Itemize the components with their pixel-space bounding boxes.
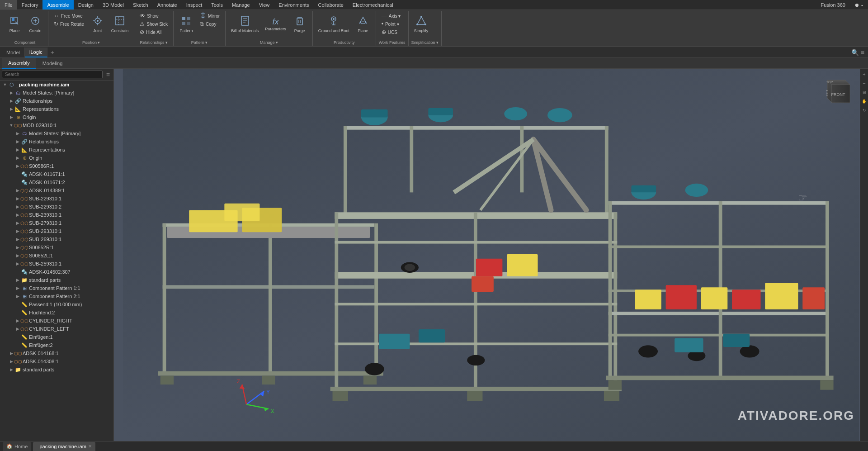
tree-cylinder-left[interactable]: ▶ ⬡⬡ CYLINDER_LEFT [0,325,113,333]
tree-representations-mod[interactable]: ▶ 📐 Representations [0,146,113,154]
menu-3dmodel[interactable]: 3D Model [98,0,128,9]
tree-adsk014308[interactable]: ▶ ⬡⬡ ADSK-014308:1 [0,357,113,366]
tree-comp-pattern-1[interactable]: ▶ ⊞ Component Pattern 1:1 [0,284,113,292]
menu-manage[interactable]: Manage [227,0,255,9]
tree-sub279310-1[interactable]: ▶ ⬡⬡ SUB-279310:1 [0,219,113,227]
plane-button[interactable]: Plane [353,12,373,37]
expand-representations[interactable]: ▶ [8,107,14,111]
expand-sub229310-2[interactable]: ▶ [14,204,21,209]
expand-cp2[interactable]: ▶ [14,294,21,299]
expand-sub229310-1[interactable]: ▶ [14,196,21,201]
tree-adsk014168[interactable]: ▶ ⬡⬡ ADSK-014168:1 [0,349,113,357]
joint-button[interactable]: Joint [88,12,108,37]
expand-sub239310-1[interactable]: ▶ [14,213,21,217]
free-move-button[interactable]: ↔ Free Move [51,12,87,20]
viewcube[interactable]: FRONT TOP LEFT [818,73,854,109]
expand-model-states[interactable]: ▶ [8,90,14,95]
tree-model-states[interactable]: ▶ 🗂 Model States: [Primary] [0,89,113,97]
expand-mod-029310[interactable]: ▼ [8,123,14,128]
expand-sub293310-1[interactable]: ▶ [14,229,21,233]
tree-origin[interactable]: ▶ ⊕ Origin [0,113,113,121]
expand-cyl-right[interactable]: ▶ [14,318,21,323]
bill-of-materials-button[interactable]: Bill of Materials [228,12,261,37]
tree-model-states-mod[interactable]: ▶ 🗂 Model States: [Primary] [0,129,113,138]
expand-std-root[interactable]: ▶ [8,367,14,372]
zoom-in-btn[interactable]: + [861,71,868,78]
expand-cp1[interactable]: ▶ [14,286,21,290]
tree-sub229310-2[interactable]: ▶ ⬡⬡ SUB-229310:2 [0,203,113,211]
tree-sub293310-1[interactable]: ▶ ⬡⬡ SUB-293310:1 [0,227,113,235]
show-sick-button[interactable]: ⚠ Show Sick [137,20,170,28]
tree-origin-mod[interactable]: ▶ ⊕ Origin [0,154,113,162]
tree-adsk011671-1[interactable]: 🔩 ADSK-011671:1 [0,170,113,178]
expand-s00652l[interactable]: ▶ [14,253,21,258]
expand-origin[interactable]: ▶ [8,115,14,119]
tree-relationships[interactable]: ▶ 🔗 Relationships [0,97,113,105]
expand-sub269310-1[interactable]: ▶ [14,237,21,242]
bottom-tab-home[interactable]: 🏠 Home [3,442,31,451]
expand-std-parts[interactable]: ▶ [14,278,21,282]
show-button[interactable]: 👁 Show [137,12,170,20]
parameters-button[interactable]: fx Parameters [262,12,289,37]
copy-button[interactable]: ⧉ Copy [197,20,222,28]
expand-adsk014168[interactable]: ▶ [8,351,14,356]
create-button[interactable]: Create [25,12,45,37]
free-rotate-button[interactable]: ↻ Free Rotate [51,20,87,28]
tree-adsk014389[interactable]: ▶ ⬡⬡ ADSK-014389:1 [0,186,113,195]
tree-fluchtend-2[interactable]: 📏 Fluchtend:2 [0,309,113,317]
tab-add[interactable]: + [47,47,57,57]
expand-rel-mod[interactable]: ▶ [14,139,21,144]
axis-button[interactable]: — Axis ▾ [379,12,404,20]
menu-inspect[interactable]: Inspect [182,0,207,9]
menu-design[interactable]: Design [74,0,98,9]
tree-passend-1[interactable]: 📏 Passend:1 (10.000 mm) [0,300,113,309]
tree-sub239310-1[interactable]: ▶ ⬡⬡ SUB-239310:1 [0,211,113,219]
menu-record[interactable]: ⏺ ▾ [850,0,868,9]
search-icon[interactable]: 🔍 [851,49,859,56]
expand-s00586r[interactable]: ▶ [14,164,21,168]
tree-comp-pattern-2[interactable]: ▶ ⊞ Component Pattern 2:1 [0,292,113,300]
place-button[interactable]: Place [5,12,24,37]
tree-relationships-mod[interactable]: ▶ 🔗 Relationships [0,138,113,146]
expand-sub259310-1[interactable]: ▶ [14,261,21,266]
pan-btn[interactable]: ✋ [861,98,868,105]
tree-s00652l[interactable]: ▶ ⬡⬡ S00652L:1 [0,252,113,260]
expand-relationships[interactable]: ▶ [8,99,14,103]
expand-adsk014308[interactable]: ▶ [8,359,14,364]
expand-origin-mod[interactable]: ▶ [14,156,21,160]
tree-einfugen-1[interactable]: 📏 Einfügen:1 [0,333,113,341]
point-button[interactable]: • Point ▾ [379,20,404,28]
tree-s00652r[interactable]: ▶ ⬡⬡ S00652R:1 [0,243,113,252]
close-packing-tab[interactable]: ✕ [88,444,92,449]
tree-std-parts-root[interactable]: ▶ 📁 standard parts [0,366,113,374]
menu-sketch[interactable]: Sketch [128,0,153,9]
menu-electromechanical[interactable]: Electromechanical [348,0,398,9]
tree-root[interactable]: ▼ ⬡ _packing machine.iam [0,81,113,89]
tab-model[interactable]: Model [2,47,25,57]
menu-fusion360[interactable]: Fusion 360 [816,0,850,9]
tree-s00586r[interactable]: ▶ ⬡⬡ S00586R:1 [0,162,113,170]
menu-factory[interactable]: Factory [17,0,43,9]
tree-adsk011671-2[interactable]: 🔩 ADSK-011671:2 [0,178,113,186]
sub-tab-assembly[interactable]: Assembly [2,58,36,69]
tree-sub269310-1[interactable]: ▶ ⬡⬡ SUB-269310:1 [0,235,113,243]
menu-view[interactable]: View [255,0,274,9]
bottom-tab-packing[interactable]: _packing machine.iam ✕ [33,442,95,451]
purge-button[interactable]: Purge [290,12,310,37]
pattern-button[interactable]: Pattern [176,12,196,37]
tree-std-parts[interactable]: ▶ 📁 standard parts [0,276,113,284]
tree-adsk014502[interactable]: 🔩 ADSK-014502:307 [0,268,113,276]
menu-environments[interactable]: Environments [274,0,313,9]
menu-assemble[interactable]: Assemble [42,0,73,9]
expand-adsk014389[interactable]: ▶ [14,188,21,193]
sub-tab-modeling[interactable]: Modeling [36,58,69,69]
expand-repr-mod[interactable]: ▶ [14,147,21,152]
mirror-button[interactable]: Mirror [197,12,222,20]
expand-ms-mod[interactable]: ▶ [14,131,21,136]
expand-sub279310-1[interactable]: ▶ [14,221,21,225]
viewport[interactable]: Y X Z ☞ [114,69,868,441]
zoom-out-btn[interactable]: − [861,80,868,87]
tree-representations[interactable]: ▶ 📐 Representations [0,105,113,113]
menu-collaborate[interactable]: Collaborate [314,0,348,9]
ucs-button[interactable]: ⊕ UCS [379,28,404,36]
